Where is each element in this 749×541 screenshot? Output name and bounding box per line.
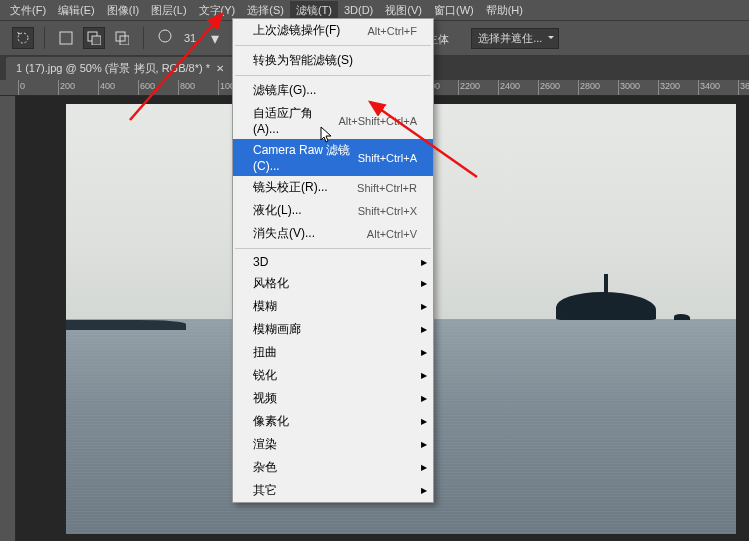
filter-menu-item[interactable]: 渲染 [233, 433, 433, 456]
svg-rect-1 [60, 32, 72, 44]
menu-help[interactable]: 帮助(H) [480, 1, 529, 20]
menu-item-label: 上次滤镜操作(F) [253, 22, 340, 39]
menu-window[interactable]: 窗口(W) [428, 1, 480, 20]
close-tab-icon[interactable]: ✕ [216, 63, 224, 74]
menu-item-label: 像素化 [253, 413, 289, 430]
image-tower [604, 274, 608, 294]
menu-item-label: 杂色 [253, 459, 277, 476]
brush-preview-icon[interactable] [154, 27, 176, 49]
menu-filter[interactable]: 滤镜(T) [290, 1, 338, 20]
brush-dropdown-icon[interactable]: ▾ [204, 27, 226, 49]
menu-type[interactable]: 文字(Y) [193, 1, 242, 20]
menu-item-label: 模糊画廊 [253, 321, 301, 338]
separator [143, 27, 144, 49]
subtract-selection-icon[interactable] [111, 27, 133, 49]
menu-file[interactable]: 文件(F) [4, 1, 52, 20]
menu-edit[interactable]: 编辑(E) [52, 1, 101, 20]
add-selection-icon[interactable] [83, 27, 105, 49]
menu-select[interactable]: 选择(S) [241, 1, 290, 20]
menu-item-shortcut: Shift+Ctrl+R [357, 182, 417, 194]
quick-select-tool-icon[interactable] [12, 27, 34, 49]
menu-item-shortcut: Shift+Ctrl+X [358, 205, 417, 217]
menu-item-shortcut: Shift+Ctrl+A [358, 152, 417, 164]
menu-item-label: 3D [253, 255, 268, 269]
select-and-mask-button[interactable]: 选择并遮住... [471, 28, 559, 49]
menubar: 文件(F) 编辑(E) 图像(I) 图层(L) 文字(Y) 选择(S) 滤镜(T… [0, 0, 749, 20]
menu-item-label: 锐化 [253, 367, 277, 384]
filter-menu-item[interactable]: 杂色 [233, 456, 433, 479]
filter-menu-item[interactable]: 模糊 [233, 295, 433, 318]
menu-item-label: 扭曲 [253, 344, 277, 361]
filter-menu-item[interactable]: 上次滤镜操作(F)Alt+Ctrl+F [233, 19, 433, 42]
filter-menu-item[interactable]: 其它 [233, 479, 433, 502]
menu-item-label: 渲染 [253, 436, 277, 453]
menu-item-label: 转换为智能滤镜(S) [253, 52, 353, 69]
brush-size-value: 31 [184, 32, 196, 44]
menu-item-shortcut: Alt+Ctrl+F [367, 25, 417, 37]
filter-menu-item[interactable]: 扭曲 [233, 341, 433, 364]
filter-menu-item[interactable]: 液化(L)...Shift+Ctrl+X [233, 199, 433, 222]
filter-menu-item[interactable]: 视频 [233, 387, 433, 410]
menu-layer[interactable]: 图层(L) [145, 1, 192, 20]
filter-menu-item[interactable]: 像素化 [233, 410, 433, 433]
menu-item-shortcut: Alt+Shift+Ctrl+A [338, 115, 417, 127]
menu-item-label: 模糊 [253, 298, 277, 315]
separator [44, 27, 45, 49]
filter-menu-item[interactable]: 滤镜库(G)... [233, 79, 433, 102]
image-foreshore [66, 320, 186, 330]
filter-menu: 上次滤镜操作(F)Alt+Ctrl+F转换为智能滤镜(S)滤镜库(G)...自适… [232, 18, 434, 503]
menu-view[interactable]: 视图(V) [379, 1, 428, 20]
menu-item-label: 镜头校正(R)... [253, 179, 328, 196]
filter-menu-item[interactable]: 风格化 [233, 272, 433, 295]
menu-item-label: 其它 [253, 482, 277, 499]
ruler-vertical [0, 96, 16, 541]
filter-menu-item[interactable]: 3D [233, 252, 433, 272]
image-rock [674, 314, 690, 320]
filter-menu-item[interactable]: 锐化 [233, 364, 433, 387]
document-title: 1 (17).jpg @ 50% (背景 拷贝, RGB/8*) * [16, 61, 210, 76]
filter-menu-item[interactable]: 消失点(V)...Alt+Ctrl+V [233, 222, 433, 245]
menu-item-label: 风格化 [253, 275, 289, 292]
menu-3d[interactable]: 3D(D) [338, 2, 379, 18]
menu-item-label: 液化(L)... [253, 202, 302, 219]
menu-image[interactable]: 图像(I) [101, 1, 145, 20]
menu-item-label: 视频 [253, 390, 277, 407]
svg-point-6 [159, 30, 171, 42]
new-selection-icon[interactable] [55, 27, 77, 49]
menu-item-shortcut: Alt+Ctrl+V [367, 228, 417, 240]
menu-item-label: 消失点(V)... [253, 225, 315, 242]
menu-item-label: 滤镜库(G)... [253, 82, 316, 99]
svg-rect-3 [92, 36, 101, 45]
filter-menu-item[interactable]: 转换为智能滤镜(S) [233, 49, 433, 72]
menu-separator [235, 75, 431, 76]
svg-point-0 [18, 33, 28, 43]
cursor-icon [320, 126, 334, 147]
filter-menu-item[interactable]: 镜头校正(R)...Shift+Ctrl+R [233, 176, 433, 199]
document-tab[interactable]: 1 (17).jpg @ 50% (背景 拷贝, RGB/8*) * ✕ [6, 57, 234, 80]
filter-menu-item[interactable]: 模糊画廊 [233, 318, 433, 341]
menu-item-label: Camera Raw 滤镜(C)... [253, 142, 358, 173]
menu-separator [235, 248, 431, 249]
menu-separator [235, 45, 431, 46]
